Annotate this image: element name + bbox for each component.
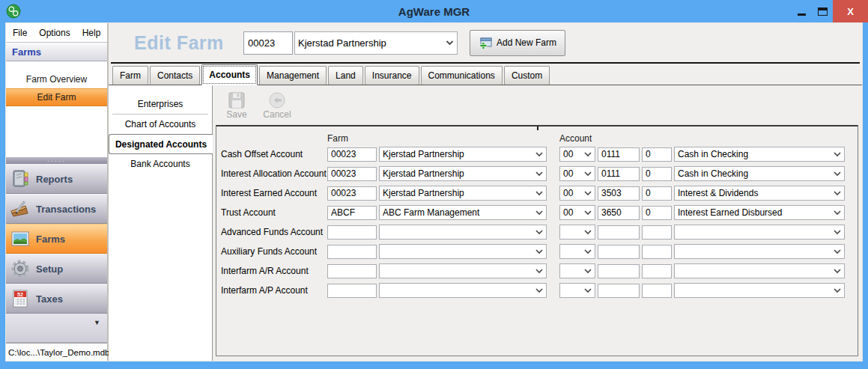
- subnav-item-chart-of-accounts[interactable]: Chart of Accounts: [109, 115, 212, 134]
- farm-name-select[interactable]: [379, 263, 547, 278]
- tab-insurance[interactable]: Insurance: [365, 66, 419, 85]
- account-number-input[interactable]: [598, 147, 640, 162]
- account-description-value: Interest & Dividends: [678, 188, 758, 198]
- chevron-down-icon: [535, 230, 543, 235]
- maximize-button[interactable]: [812, 0, 833, 22]
- farm-name-select[interactable]: Kjerstad Partnership: [379, 147, 547, 162]
- account-description-select[interactable]: [674, 283, 845, 298]
- account-sub-input[interactable]: [642, 284, 672, 298]
- minimize-button[interactable]: [791, 0, 812, 22]
- farm-name-select[interactable]: [379, 225, 547, 240]
- sidebar-button-reports[interactable]: Reports: [6, 164, 107, 194]
- subnav-item-bank-accounts[interactable]: Bank Accounts: [109, 154, 212, 174]
- account-sub-input[interactable]: [642, 167, 672, 181]
- account-description-select[interactable]: [674, 244, 845, 259]
- account-dept-select[interactable]: [559, 244, 595, 259]
- sidebar-footer: ▼: [6, 314, 107, 343]
- subnav-item-designated-accounts[interactable]: Designated Accounts: [109, 134, 213, 154]
- farm-number-input[interactable]: [327, 186, 377, 201]
- farm-name-select[interactable]: Kjerstad Partnership: [379, 166, 547, 181]
- account-number-input[interactable]: [598, 186, 640, 201]
- overflow-chevron-icon[interactable]: ▼: [94, 319, 100, 326]
- menu-options[interactable]: Options: [39, 28, 70, 38]
- account-dept-select[interactable]: 00: [559, 205, 595, 220]
- account-sub-input[interactable]: [642, 245, 672, 259]
- farm-number-input[interactable]: [327, 284, 377, 298]
- add-farm-icon: [479, 37, 492, 49]
- account-sub-input[interactable]: [642, 186, 672, 201]
- save-button[interactable]: Save: [219, 91, 255, 120]
- maximize-icon: [818, 7, 828, 16]
- farm-select[interactable]: Kjerstad Partnership: [294, 31, 458, 55]
- sidebar-item-edit-farm[interactable]: Edit Farm: [6, 88, 107, 106]
- close-button[interactable]: X: [833, 0, 868, 22]
- farm-name-select[interactable]: [379, 283, 547, 298]
- account-number-input[interactable]: [598, 284, 640, 298]
- account-number-input[interactable]: [598, 167, 640, 181]
- sidebar-button-farms[interactable]: Farms: [6, 224, 107, 254]
- tab-contacts[interactable]: Contacts: [150, 66, 200, 85]
- tab-accounts[interactable]: Accounts: [201, 64, 258, 85]
- account-description-value: Cash in Checking: [678, 149, 748, 159]
- accounts-subnav: Enterprises Chart of Accounts Designated…: [109, 85, 213, 361]
- cancel-label: Cancel: [263, 109, 291, 120]
- farm-number-input[interactable]: [327, 264, 377, 278]
- farms-icon: [10, 228, 31, 249]
- tab-land[interactable]: Land: [328, 66, 363, 85]
- account-description-select[interactable]: Cash in Checking: [674, 166, 845, 181]
- account-dept-select[interactable]: 00: [559, 186, 595, 201]
- subnav-item-enterprises[interactable]: Enterprises: [109, 94, 212, 114]
- tab-communications[interactable]: Communications: [421, 66, 503, 85]
- sidebar-item-farm-overview[interactable]: Farm Overview: [6, 70, 107, 88]
- account-sub-input[interactable]: [642, 206, 672, 220]
- account-description-select[interactable]: [674, 225, 845, 240]
- account-description-select[interactable]: Cash in Checking: [674, 147, 845, 162]
- window-title: AgWare MGR: [0, 5, 868, 18]
- account-dept-select[interactable]: [559, 263, 595, 278]
- farm-name-select[interactable]: [379, 244, 547, 259]
- account-number-input[interactable]: [598, 206, 640, 220]
- chevron-down-icon: [834, 249, 841, 254]
- farm-number-input[interactable]: [327, 167, 377, 181]
- account-dept-select[interactable]: 00: [559, 166, 595, 181]
- tab-management[interactable]: Management: [259, 66, 327, 85]
- menu-help[interactable]: Help: [82, 28, 101, 38]
- table-row: Trust Account ABC Farm Management 00 Int…: [219, 205, 853, 220]
- account-description-select[interactable]: Interest Earned Disbursed: [674, 205, 845, 220]
- minimize-icon: [798, 13, 806, 16]
- account-number-input[interactable]: [598, 225, 640, 240]
- farm-number-input[interactable]: [327, 225, 377, 240]
- account-sub-input[interactable]: [642, 225, 672, 240]
- account-number-input[interactable]: [598, 245, 640, 259]
- form-rows: Cash Offset Account Kjerstad Partnership…: [219, 147, 853, 298]
- tab-farm[interactable]: Farm: [112, 66, 148, 85]
- account-dept-select[interactable]: 00: [559, 147, 595, 162]
- account-dept-select[interactable]: [559, 283, 595, 298]
- farm-number-input[interactable]: [327, 147, 377, 162]
- account-description-select[interactable]: [674, 263, 845, 278]
- add-new-farm-button[interactable]: Add New Farm: [470, 30, 565, 56]
- farm-name-select[interactable]: Kjerstad Partnership: [379, 186, 547, 201]
- farm-name-value: Kjerstad Partnership: [383, 149, 464, 159]
- account-dept-select[interactable]: [559, 225, 595, 240]
- sidebar-panel-title: Farms: [6, 42, 107, 61]
- splitter-grip-icon: ·····: [47, 159, 66, 163]
- cancel-button[interactable]: Cancel: [259, 91, 295, 120]
- transactions-icon: [10, 198, 31, 219]
- account-sub-input[interactable]: [642, 147, 672, 162]
- sidebar-button-taxes[interactable]: 52 Taxes: [6, 284, 107, 314]
- farm-number-field[interactable]: [243, 31, 293, 55]
- sidebar-splitter[interactable]: ·····: [6, 157, 107, 164]
- account-row-label: Auxiliary Funds Account: [219, 246, 327, 257]
- sidebar-button-setup[interactable]: Setup: [6, 254, 107, 284]
- farm-name-select[interactable]: ABC Farm Management: [379, 205, 547, 220]
- sidebar-button-transactions[interactable]: Transactions: [6, 194, 107, 224]
- farm-number-input[interactable]: [327, 245, 377, 259]
- account-row-label: Cash Offset Account: [219, 149, 327, 159]
- account-sub-input[interactable]: [642, 264, 672, 278]
- menu-file[interactable]: File: [13, 28, 27, 38]
- account-description-select[interactable]: Interest & Dividends: [674, 186, 845, 201]
- account-number-input[interactable]: [598, 264, 640, 278]
- farm-number-input[interactable]: [327, 206, 377, 220]
- tab-custom[interactable]: Custom: [504, 66, 550, 85]
